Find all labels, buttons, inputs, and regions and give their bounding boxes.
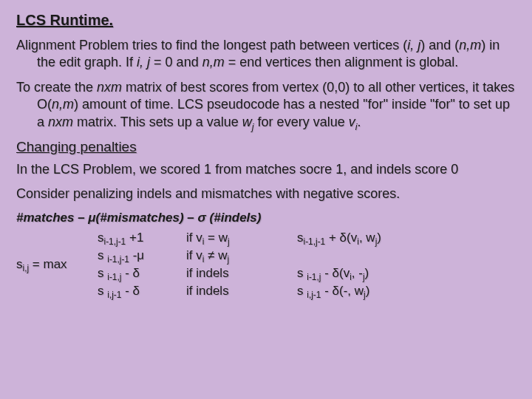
r3c4-a: s xyxy=(297,266,307,280)
p1-text-d: = 0 and xyxy=(150,55,202,69)
p1-text-e: = end vertices then alignment is global. xyxy=(225,55,459,69)
r3c4-c: , - xyxy=(352,266,363,280)
p2-nm: n,m xyxy=(52,97,74,112)
r3c2-sub: i-1,j xyxy=(107,272,121,282)
p2-text-e: for every value xyxy=(254,115,349,129)
p1-nm: n,m xyxy=(459,38,481,52)
r2c2: s i-1,j-1 -μ xyxy=(98,248,186,264)
p2-wj: w xyxy=(242,115,252,129)
r3c4-b: - δ(v xyxy=(321,266,349,280)
formula-grid: si,j = max si-1,j-1 +1 if vi = wj si-1,j… xyxy=(16,230,516,299)
r1c4-a: s xyxy=(297,231,304,245)
paragraph-2: To create the nxm matrix of best scores … xyxy=(16,79,516,131)
r2c3: if vi ≠ wj xyxy=(186,248,297,264)
r2c3-s2: j xyxy=(227,254,229,265)
r1c2-sub: i-1,j-1 xyxy=(104,236,126,247)
r3c4: s i-1,j - δ(vi, -j) xyxy=(297,265,445,282)
r1c2-b: +1 xyxy=(126,231,143,245)
r4c2-a: s xyxy=(98,284,107,298)
r2c2-b: -μ xyxy=(129,248,144,262)
slide-title: LCS Runtime. xyxy=(16,10,516,30)
r1c4-c: , w xyxy=(359,231,375,245)
r1c4-s: i-1,j-1 xyxy=(304,236,326,247)
r4c4: s i,j-1 - δ(-, wj) xyxy=(297,283,445,299)
r1c3-a: if v xyxy=(186,231,202,245)
p2-text-d: matrix. This sets up a value xyxy=(73,115,242,129)
p1-text-a: Alignment Problem tries to find the long… xyxy=(16,38,407,52)
r3c2: s i-1,j - δ xyxy=(98,265,186,282)
r1c3-b: = w xyxy=(204,231,228,245)
r1c2: si-1,j-1 +1 xyxy=(98,230,186,246)
r1c3-s2: j xyxy=(228,236,230,247)
p2-vi: v xyxy=(349,115,355,129)
r1c2-a: s xyxy=(98,231,104,245)
p2-text-a: To create the xyxy=(16,80,97,95)
p2-nxm2: nxm xyxy=(48,115,73,129)
p1-ij: i, j xyxy=(407,38,420,52)
r4c2-sub: i,j-1 xyxy=(107,290,121,300)
r4c4-s: i,j-1 xyxy=(307,290,321,300)
r2c2-a: s xyxy=(98,248,107,262)
paragraph-3: In the LCS Problem, we scored 1 from mat… xyxy=(16,161,516,178)
lhs-sub: i,j xyxy=(23,263,30,273)
lhs-s: s xyxy=(16,257,23,271)
r2c2-sub: i-1,j-1 xyxy=(107,254,129,265)
r1c4-d: ) xyxy=(377,231,381,245)
paragraph-1: Alignment Problem tries to find the long… xyxy=(16,37,516,72)
r4c4-d: ) xyxy=(366,284,370,298)
p1-text-b: ) and ( xyxy=(420,38,459,52)
p2-nxm: nxm xyxy=(97,80,122,95)
r1c3: if vi = wj xyxy=(186,230,297,246)
r4c2: s i,j-1 - δ xyxy=(98,283,186,299)
paragraph-4: Consider penalizing indels and mismatche… xyxy=(16,185,516,202)
r4c3: if indels xyxy=(186,283,297,299)
subtitle: Changing penalties xyxy=(16,138,516,157)
r3c4-d: ) xyxy=(365,266,369,280)
r2c3-a: if v xyxy=(186,248,202,262)
r1c4: si-1,j-1 + δ(vi, wj) xyxy=(297,230,445,246)
p1-ij2: i, j xyxy=(137,55,150,69)
formula-lhs: si,j = max xyxy=(16,256,98,273)
r4c4-b: - δ(-, w xyxy=(321,284,364,298)
r3c4-s: i-1,j xyxy=(307,272,321,282)
r2c3-b: ≠ w xyxy=(204,248,227,262)
formula-header: #matches – μ(#mismatches) – σ (#indels) xyxy=(16,210,516,226)
p2-text-f: . xyxy=(357,115,361,129)
r3c2-b: - δ xyxy=(121,266,140,280)
r4c2-b: - δ xyxy=(121,284,140,298)
r3c3: if indels xyxy=(186,265,297,282)
r4c4-a: s xyxy=(297,284,307,298)
p1-nm2: n,m xyxy=(202,55,225,69)
r2c4 xyxy=(297,248,445,264)
r1c4-b: + δ(v xyxy=(325,231,357,245)
lhs-eq: = max xyxy=(29,257,67,271)
r3c2-a: s xyxy=(98,266,107,280)
